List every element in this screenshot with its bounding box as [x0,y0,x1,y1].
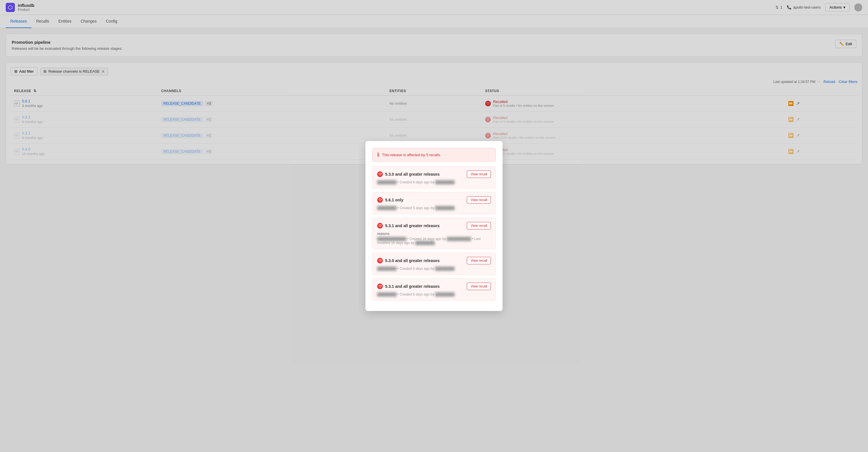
recall-alert: ℹ This release is affected by 5 recalls. [372,148,496,162]
recall-items-list: 🛡 5.3.0 and all greater releases View re… [372,166,496,170]
alert-icon: ℹ [377,151,379,158]
recall-item: 🛡 5.3.0 and all greater releases View re… [372,166,496,170]
recall-modal: ℹ This release is affected by 5 recalls.… [365,141,503,170]
recall-alert-text: This release is affected by 5 recalls. [382,153,441,157]
